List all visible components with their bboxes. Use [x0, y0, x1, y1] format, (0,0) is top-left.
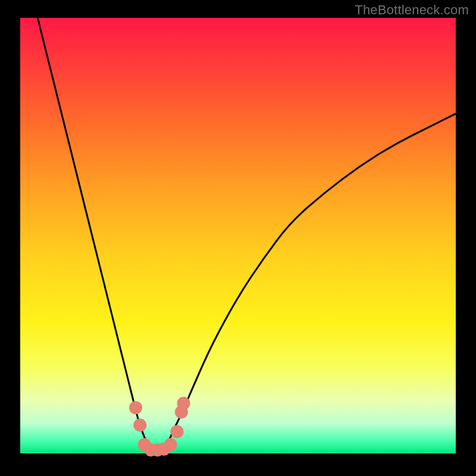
watermark-text: TheBottleneck.com [355, 2, 469, 18]
curve-marker [164, 438, 177, 451]
curve-marker [177, 397, 190, 410]
curve-marker [133, 418, 146, 431]
curve-marker [129, 401, 142, 414]
bottleneck-chart [0, 0, 476, 476]
curve-marker [171, 425, 184, 438]
chart-stage: TheBottleneck.com [0, 0, 476, 476]
plot-background [20, 18, 456, 453]
